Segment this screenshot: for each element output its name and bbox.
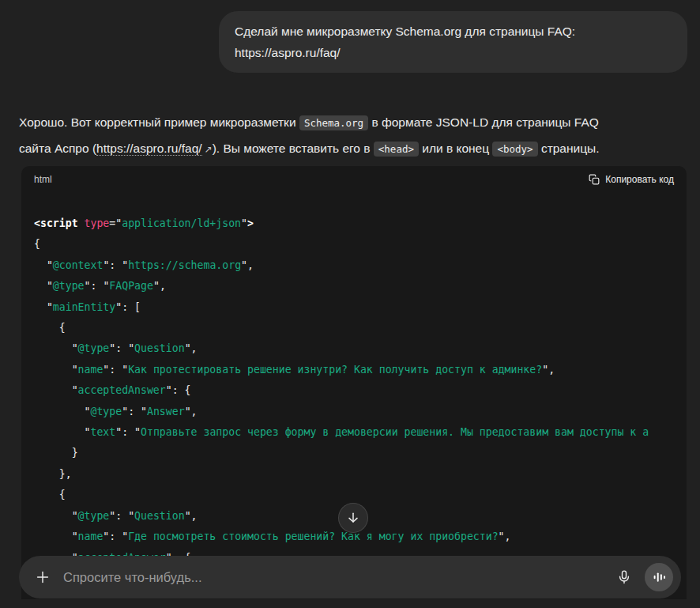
code-language-label: html [34, 174, 52, 185]
code-block-header: html Копировать код [21, 166, 687, 193]
inline-code-body-tag: <body> [492, 142, 537, 157]
assistant-text-segment: в формате JSON-LD для страницы FAQ [368, 115, 599, 129]
chat-page: Сделай мне микроразметку Schema.org для … [0, 0, 700, 608]
user-message-line1: Сделай мне микроразметку Schema.org для … [235, 21, 672, 42]
assistant-message-text: Хорошо. Вот корректный пример микроразме… [19, 110, 689, 162]
assistant-text-segment: ). Вы можете вставить его в [213, 142, 374, 155]
inline-code-schema-org: Schema.org [299, 115, 368, 130]
code-block: html Копировать код <script type="applic… [21, 166, 687, 599]
dictate-button[interactable] [610, 563, 638, 591]
assistant-text-segment: страницы. [538, 142, 600, 155]
assistant-text-segment: сайта Аспро ( [19, 142, 96, 155]
plus-icon [34, 568, 51, 586]
assistant-text-segment: или в конец [419, 142, 492, 155]
composer-bar [19, 556, 681, 599]
copy-code-label: Копировать код [605, 174, 674, 185]
attach-plus-button[interactable] [28, 563, 57, 591]
voice-mode-button[interactable] [645, 563, 673, 591]
message-input[interactable] [63, 570, 610, 585]
user-message-bubble: Сделай мне микроразметку Schema.org для … [219, 11, 687, 73]
copy-code-button[interactable]: Копировать код [589, 174, 674, 185]
copy-icon [589, 174, 600, 185]
inline-code-head-tag: <head> [374, 142, 419, 157]
arrow-down-icon [345, 510, 361, 526]
voice-waveform-icon [652, 570, 666, 584]
microphone-icon [616, 569, 632, 585]
user-message-line2: https://aspro.ru/faq/ [235, 42, 672, 63]
scroll-to-bottom-button[interactable] [338, 503, 368, 533]
assistant-text-segment: Хорошо. Вот корректный пример микроразме… [19, 115, 299, 129]
external-link-icon: ↗ [205, 144, 213, 155]
aspro-faq-link[interactable]: https://aspro.ru/faq/ [96, 142, 202, 156]
